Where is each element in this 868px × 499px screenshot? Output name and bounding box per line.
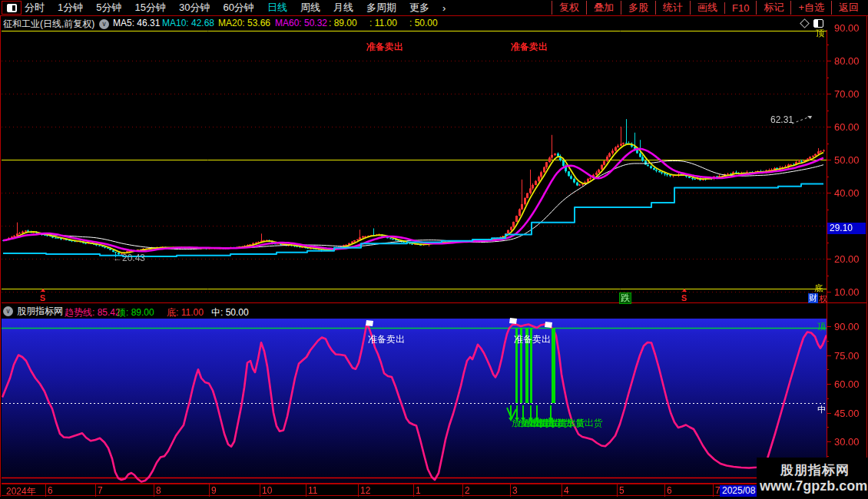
pane-icon (813, 19, 823, 28)
low-price-label: ←20.43 (113, 253, 145, 263)
axis-border (827, 29, 827, 497)
menu-item[interactable]: 60分钟 (223, 1, 253, 15)
month-label: 8 (156, 485, 161, 496)
menu-item[interactable]: 1分钟 (58, 1, 83, 15)
quan-marker: 权 (819, 293, 827, 305)
dump-annotation: 放量出货 (566, 417, 603, 430)
app-window: 分时1分钟5分钟15分钟30分钟60分钟日线周线月线多周期更多› 复权叠加多股统… (0, 0, 868, 499)
menu-item[interactable]: 画线 (690, 1, 724, 15)
menu-item[interactable]: 叠加 (586, 1, 621, 15)
indicator-source: 股朋指标网 (17, 305, 63, 318)
month-separator (664, 484, 665, 497)
menu-item[interactable]: 更多 (409, 1, 429, 15)
y-axis-label: 70.00 (834, 88, 866, 100)
frame-left (0, 0, 1, 499)
month-label: 2 (465, 485, 470, 496)
menu-item[interactable]: 30分钟 (179, 1, 210, 15)
watermark-url: www.7gpzb.com (760, 478, 867, 494)
month-label: 6 (48, 485, 53, 496)
month-label: 6 (667, 485, 672, 496)
watermark: 股朋指标网 www.7gpzb.com (757, 458, 868, 499)
month-separator (510, 484, 511, 497)
month-separator (45, 484, 46, 497)
chart-canvas[interactable] (0, 0, 868, 499)
current-price-tag: 29.10 (827, 223, 866, 234)
menu-item[interactable]: › (442, 2, 446, 14)
month-label: 7 (98, 485, 103, 496)
y-axis-label: 90.00 (834, 22, 866, 34)
y-axis-label: 75.00 (834, 350, 866, 362)
menu-item[interactable]: +自选 (790, 1, 831, 15)
y-axis-label: 60.00 (834, 121, 866, 133)
indicator-value: 顶: 89.00 (117, 306, 154, 319)
ma-value: MA60: 50.32 (275, 18, 327, 28)
month-separator (562, 484, 562, 497)
month-separator (260, 484, 260, 497)
menu-item[interactable]: 多周期 (366, 1, 396, 15)
month-separator (209, 484, 210, 497)
y-axis-label: 30.00 (834, 436, 866, 448)
tool-menu: 复权叠加多股统计画线F10标记+自选返回 (552, 0, 866, 15)
indicator-legend-row: ∨ 股朋指标网 趋势线: 85.42顶: 89.00底: 11.00中: 50.… (2, 303, 827, 318)
month-separator (413, 484, 414, 497)
menu-item[interactable]: 返回 (831, 1, 866, 15)
menu-item[interactable]: 统计 (655, 1, 690, 15)
period-menu: 分时1分钟5分钟15分钟30分钟60分钟日线周线月线多周期更多› (25, 0, 446, 15)
menu-item[interactable]: 5分钟 (96, 1, 121, 15)
y-axis-label: 80.00 (834, 55, 866, 67)
month-separator (358, 484, 359, 497)
menu-item[interactable]: 标记 (756, 1, 790, 15)
month-separator (617, 484, 618, 497)
month-label: 5 (619, 485, 624, 496)
bottom-level-label: 底 (814, 283, 823, 294)
month-separator (306, 484, 306, 497)
sell-annotation-indicator: 准备卖出 (514, 333, 551, 346)
y-axis-label: 40.00 (834, 187, 866, 199)
indicator-value: 底: 11.00 (167, 306, 204, 319)
menu-item[interactable]: 月线 (333, 1, 353, 15)
month-label: 3 (512, 485, 518, 496)
ma-value: MA20: 53.66 (218, 18, 270, 28)
window-toggle-button[interactable] (2, 1, 22, 15)
ma-value: MA5: 46.31 (113, 18, 160, 28)
stock-title: 征和工业(日线,前复权) (3, 18, 94, 31)
s-marker: S (40, 293, 45, 302)
split-screen-icon (7, 4, 17, 12)
month-label: 1 (416, 485, 421, 496)
infobar: 征和工业(日线,前复权) ∨ MA5: 46.31MA10: 42.68MA20… (2, 16, 866, 30)
month-separator (95, 484, 96, 497)
y-axis-label: 60.00 (834, 378, 866, 390)
x-axis-strip: 2024年67891011121234567 (2, 484, 827, 496)
menubar: 分时1分钟5分钟15分钟30分钟60分钟日线周线月线多周期更多› 复权叠加多股统… (0, 0, 868, 16)
menu-item[interactable]: 周线 (300, 1, 320, 15)
watermark-name: 股朋指标网 (780, 461, 850, 479)
cai-marker[interactable]: 财 (808, 293, 818, 303)
ma-value: : 50.00 (409, 18, 438, 28)
menu-item[interactable]: 日线 (267, 1, 287, 15)
month-label: 11 (308, 485, 317, 496)
sell-annotation: 准备卖出 (511, 41, 548, 54)
menu-item[interactable]: 15分钟 (134, 1, 165, 15)
frame-right (866, 0, 867, 499)
month-separator (462, 484, 463, 497)
ma-value: : 89.00 (329, 18, 357, 28)
month-label: 12 (360, 485, 370, 496)
menu-item[interactable]: 分时 (25, 1, 45, 15)
month-separator (713, 484, 714, 497)
indicator-value: 趋势线: 85.42 (65, 306, 121, 319)
month-separator (154, 484, 154, 497)
y-axis-label: 45.00 (834, 408, 866, 419)
ma-value: MA10: 42.68 (162, 18, 214, 28)
menu-item[interactable]: F10 (724, 2, 756, 14)
menu-item[interactable]: 复权 (552, 1, 586, 15)
top-level-label: 顶 (816, 28, 824, 39)
menu-item[interactable]: 多股 (621, 1, 655, 15)
indicator-mid-marker: 中 (817, 404, 826, 415)
y-axis-label: 10.00 (834, 286, 866, 298)
ma-value: : 11.00 (369, 18, 397, 28)
y-axis-label: 20.00 (834, 253, 866, 265)
month-label: 10 (262, 485, 272, 496)
current-date-tag: 2025/08 (720, 485, 757, 497)
chevron-down-icon: ∨ (3, 306, 13, 316)
s-marker: S (681, 293, 687, 302)
